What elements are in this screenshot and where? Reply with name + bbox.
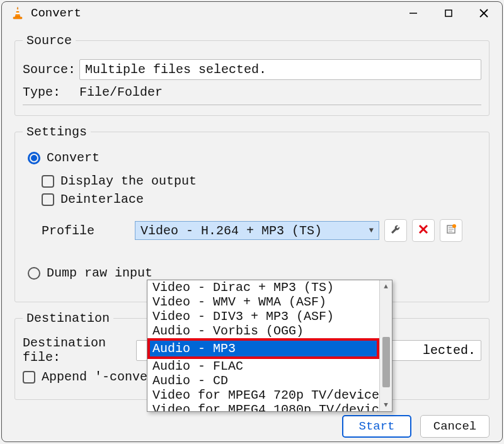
delete-x-icon xyxy=(418,224,429,238)
wrench-icon xyxy=(389,223,402,239)
start-button[interactable]: Start xyxy=(342,415,411,438)
dropdown-item[interactable]: Video - WMV + WMA (ASF) xyxy=(147,295,379,309)
maximize-button[interactable] xyxy=(434,2,463,25)
dropdown-item[interactable]: Video - Dirac + MP3 (TS) xyxy=(147,280,379,295)
chevron-down-icon: ▼ xyxy=(369,226,374,235)
dump-raw-label: Dump raw input xyxy=(47,266,152,280)
type-value: File/Folder xyxy=(79,85,163,100)
dropdown-item[interactable]: Audio - Vorbis (OGG) xyxy=(147,324,379,338)
vlc-cone-icon xyxy=(11,6,25,21)
convert-dialog: Convert Source Source: Type: File/Folder xyxy=(1,1,503,442)
scroll-thumb[interactable] xyxy=(382,337,390,387)
new-profile-button[interactable] xyxy=(440,219,462,242)
settings-group: Settings Convert Display the output Dein… xyxy=(14,125,490,302)
dropdown-scrollbar[interactable]: ▲ ▼ xyxy=(379,280,392,411)
dropdown-item[interactable]: Video for MPEG4 720p TV/device xyxy=(147,388,379,402)
display-output-checkbox[interactable] xyxy=(42,175,54,188)
source-legend: Source xyxy=(23,33,76,48)
edit-profile-button[interactable] xyxy=(384,219,407,242)
dropdown-item[interactable]: Video - DIV3 + MP3 (ASF) xyxy=(147,309,379,324)
type-label: Type: xyxy=(23,85,79,100)
cancel-button[interactable]: Cancel xyxy=(420,415,490,438)
dropdown-item[interactable]: Audio - CD xyxy=(147,373,379,388)
dropdown-item[interactable]: Video for MPEG4 1080p TV/device xyxy=(147,402,379,411)
window-controls xyxy=(399,2,498,25)
close-button[interactable] xyxy=(469,2,498,25)
scroll-down-arrow-icon[interactable]: ▼ xyxy=(380,399,392,411)
profile-dropdown[interactable]: Video - H.264 + MP3 (TS) ▼ xyxy=(135,221,379,240)
profile-dropdown-list[interactable]: Video - Dirac + MP3 (TS) Video - WMV + W… xyxy=(147,280,392,412)
svg-rect-3 xyxy=(13,17,22,19)
scroll-up-arrow-icon[interactable]: ▲ xyxy=(380,280,392,293)
svg-rect-5 xyxy=(445,10,452,16)
convert-radio[interactable] xyxy=(28,152,40,164)
deinterlace-label: Deinterlace xyxy=(60,192,144,207)
dropdown-item-selected[interactable]: Audio - MP3 xyxy=(147,338,379,359)
destination-legend: Destination xyxy=(23,311,113,326)
window-title: Convert xyxy=(31,6,399,20)
svg-point-14 xyxy=(452,224,456,228)
dropdown-list-body: Video - Dirac + MP3 (TS) Video - WMV + W… xyxy=(147,280,379,411)
dialog-content: Source Source: Type: File/Folder Setting… xyxy=(2,25,502,444)
profile-selected-value: Video - H.264 + MP3 (TS) xyxy=(140,224,322,238)
svg-marker-0 xyxy=(15,7,20,17)
profile-label: Profile xyxy=(42,224,135,238)
delete-profile-button[interactable] xyxy=(412,219,435,242)
titlebar: Convert xyxy=(2,2,502,25)
append-converted-checkbox[interactable] xyxy=(23,371,35,384)
source-group: Source Source: Type: File/Folder xyxy=(14,33,490,116)
svg-rect-2 xyxy=(16,13,20,14)
settings-legend: Settings xyxy=(23,125,91,139)
dump-raw-radio[interactable] xyxy=(28,267,40,280)
source-input[interactable] xyxy=(79,59,481,80)
dialog-footer: Start Cancel xyxy=(14,409,490,438)
deinterlace-checkbox[interactable] xyxy=(42,193,54,206)
minimize-button[interactable] xyxy=(399,2,428,25)
convert-radio-label: Convert xyxy=(47,151,100,165)
dropdown-item[interactable]: Audio - FLAC xyxy=(147,359,379,373)
source-label: Source: xyxy=(23,62,79,77)
svg-rect-1 xyxy=(16,9,20,11)
append-converted-label: Append '-conve xyxy=(42,370,147,384)
display-output-label: Display the output xyxy=(60,174,197,188)
new-document-icon xyxy=(445,224,457,238)
destination-file-label: Destination file: xyxy=(23,336,136,365)
